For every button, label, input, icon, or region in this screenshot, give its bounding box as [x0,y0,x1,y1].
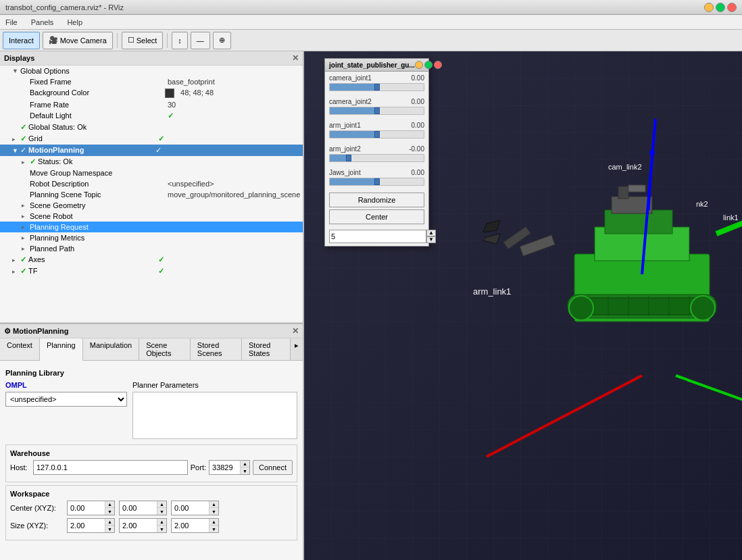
viewport[interactable]: cam_link2 nk2 link1 arm_link1 ▶ [304,51,742,560]
tree-item-planning-request[interactable]: ▸ Planning Request [0,222,303,232]
tree-item-motion-planning[interactable]: ▼ ✓ MotionPlanning ✓ [0,145,303,156]
joint-row-arm1: arm_joint1 0.00 [325,119,428,143]
nav-button-3[interactable]: ⊕ [213,32,231,49]
size-y-input[interactable] [120,519,157,532]
size-label: Size (XYZ): [10,521,64,530]
center-y-down[interactable]: ▼ [157,508,166,515]
motion-panel-title: ⚙ MotionPlanning [4,327,69,336]
float-maximize-btn[interactable] [424,61,432,69]
size-z-input[interactable] [172,519,209,532]
size-y-down[interactable]: ▼ [157,526,166,532]
randomize-button[interactable]: Randomize [329,193,424,207]
float-spin-input[interactable] [329,230,426,243]
bg-color-swatch [165,88,174,98]
tree-item-frame-rate[interactable]: Frame Rate 30 [0,99,303,110]
center-x-input[interactable] [68,501,105,515]
tab-context[interactable]: Context [0,338,40,360]
menu-file[interactable]: File [3,17,20,28]
joint-state-publisher-window: joint_state_publisher_gu... camera_joint… [324,58,429,247]
tab-stored-states[interactable]: Stored States [242,338,291,360]
maximize-button[interactable] [716,3,725,12]
select-button[interactable]: ☐ Select [122,32,164,49]
nav-button-1[interactable]: ↕ [172,32,188,49]
close-button[interactable] [727,3,737,12]
interact-button[interactable]: Interact [3,32,40,49]
float-close-btn[interactable] [434,61,442,69]
tab-planning[interactable]: Planning [40,338,83,361]
center-x-up[interactable]: ▲ [105,501,114,508]
tree-item-robot-description[interactable]: Robot Description <unspecified> [0,178,303,189]
center-y-up[interactable]: ▲ [157,501,166,508]
menu-panels[interactable]: Panels [28,17,57,28]
joint-row-camera1: camera_joint1 0.00 [325,72,428,95]
center-z-down[interactable]: ▼ [209,508,218,515]
center-x-down[interactable]: ▼ [105,508,114,515]
tab-stored-scenes[interactable]: Stored Scenes [191,338,242,360]
planner-select[interactable]: <unspecified> [5,392,127,407]
host-input[interactable] [33,460,188,475]
center-z-up[interactable]: ▲ [209,501,218,508]
tree-item-bg-color[interactable]: Background Color 48; 48; 48 [0,87,303,99]
displays-close[interactable]: ✕ [292,53,299,63]
arm2-slider[interactable] [329,154,424,162]
tree-item-fixed-frame[interactable]: Fixed Frame base_footprint [0,76,303,87]
tree-area[interactable]: ▼ Global Options Fixed Frame base_footpr… [0,66,303,322]
tree-item-grid[interactable]: ▸ ✓ Grid ✓ [0,133,303,145]
float-spin-up[interactable]: ▲ [426,230,436,236]
center-button[interactable]: Center [329,209,424,224]
tree-item-planned-path[interactable]: ▸ Planned Path [0,243,303,254]
tree-item-move-group-ns[interactable]: Move Group Namespace [0,168,303,178]
tree-item-axes[interactable]: ▸ ✓ Axes ✓ [0,254,303,265]
svg-point-15 [569,296,593,320]
move-camera-button[interactable]: 🎥 Move Camera [43,32,113,49]
displays-header: Displays ✕ [0,51,303,66]
title-bar: transbot_config_camera.rviz* - RViz [0,0,742,15]
tree-item-global-status[interactable]: ✓ Global Status: Ok [0,122,303,133]
size-x-input[interactable] [68,519,105,532]
tab-manipulation[interactable]: Manipulation [83,338,139,360]
size-x-up[interactable]: ▲ [105,519,114,526]
arm1-slider[interactable] [329,130,424,138]
size-z-up[interactable]: ▲ [209,519,218,526]
host-row: Host: Port: ▲ ▼ Connect [10,460,293,475]
size-y-spinbox: ▲ ▼ [119,518,167,533]
float-buttons: Randomize Center [325,190,428,227]
tree-item-default-light[interactable]: Default Light ✓ [0,110,303,122]
tab-more[interactable]: ▸ [291,338,303,360]
joint-row-jaws: Jaws_joint 0.00 [325,166,428,190]
panel-tabs: Context Planning Manipulation Scene Obje… [0,338,303,361]
motion-panel-close[interactable]: ✕ [292,326,299,336]
port-spin-up[interactable]: ▲ [241,461,249,467]
panel-content: Planning Library OMPL <unspecified> Plan… [0,361,303,560]
window-controls [704,3,737,12]
port-spin-down[interactable]: ▼ [241,467,249,474]
center-label: Center (XYZ): [10,504,64,512]
size-x-down[interactable]: ▼ [105,526,114,532]
center-y-input[interactable] [120,501,157,515]
float-spin-down[interactable]: ▼ [426,236,436,243]
float-minimize-btn[interactable] [415,61,423,69]
camera1-slider[interactable] [329,83,424,91]
camera2-slider[interactable] [329,107,424,115]
tree-item-tf[interactable]: ▸ ✓ TF ✓ [0,265,303,277]
tree-item-planning-scene-topic[interactable]: Planning Scene Topic move_group/monitore… [0,189,303,200]
menu-help[interactable]: Help [64,17,85,28]
tree-item-scene-robot[interactable]: ▸ Scene Robot [0,211,303,222]
planner-params-area[interactable] [132,392,297,439]
tree-item-scene-geometry[interactable]: ▸ Scene Geometry [0,200,303,211]
tree-item-planning-metrics[interactable]: ▸ Planning Metrics [0,232,303,243]
minimize-button[interactable] [704,3,714,12]
svg-point-29 [649,150,655,155]
tree-item-global-options[interactable]: ▼ Global Options [0,66,303,76]
nav-button-2[interactable]: — [191,32,210,49]
tab-scene-objects[interactable]: Scene Objects [139,338,191,360]
connect-button[interactable]: Connect [253,460,293,475]
port-input[interactable] [209,461,240,474]
center-z-input[interactable] [172,501,209,515]
window-title: transbot_config_camera.rviz* - RViz [5,3,124,11]
displays-title: Displays [4,54,34,62]
size-y-up[interactable]: ▲ [157,519,166,526]
jaws-slider[interactable] [329,178,424,186]
size-z-down[interactable]: ▼ [209,526,218,532]
tree-item-status-ok[interactable]: ▸ ✓ Status: Ok [0,156,303,168]
